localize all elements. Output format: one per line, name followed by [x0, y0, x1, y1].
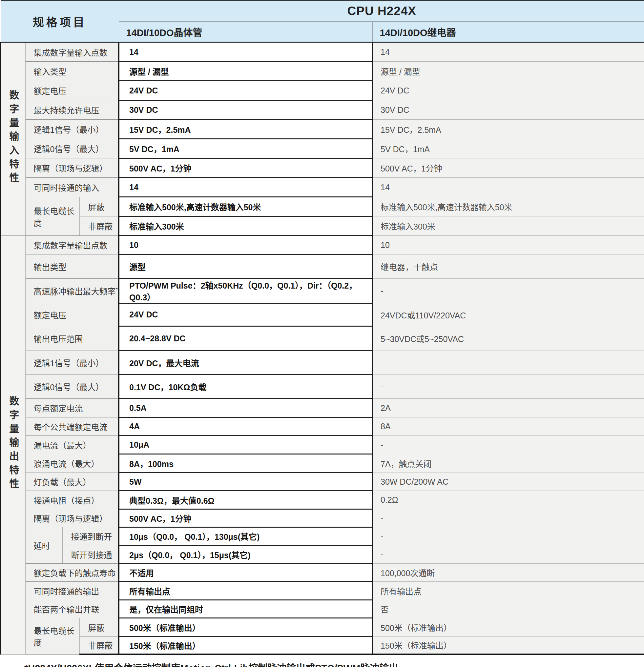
- relay-value: 2A: [372, 399, 644, 418]
- row-label: 每个公共端额定电流: [25, 418, 119, 436]
- spec-row: 最长电缆长度屏蔽标准输入500米,高速计数器输入50米标准输入500米,高速计数…: [1, 197, 644, 216]
- spec-row: 最大持续允许电压30V DC30V DC: [1, 100, 644, 120]
- transistor-value: 20V DC，最大电流: [119, 351, 372, 374]
- relay-value: 0.2Ω: [372, 491, 644, 509]
- spec-row: 输出电压范围20.4~28.8V DC5~30VDC或5~250VAC: [1, 326, 644, 351]
- relay-value: 标准输入300米: [372, 216, 644, 236]
- row-sublabel: 断开到接通: [62, 545, 119, 564]
- relay-value: -: [372, 527, 644, 545]
- footnote: *H224X/H226XL使用合信运动控制库Motion-Ctrl-Lib控制脉…: [24, 661, 644, 667]
- transistor-value: 8A，100ms: [119, 454, 372, 473]
- relay-value: 30W DC/200W AC: [372, 473, 644, 491]
- row-label: 浪涌电流（最大）: [25, 454, 119, 473]
- row-label: 接通电阻（接点）: [25, 491, 119, 509]
- relay-value: -: [372, 351, 644, 374]
- relay-value: 500米（标准输出）: [372, 618, 644, 636]
- spec-row: 额定电压24V DC24VDC或110V/220VAC: [1, 303, 644, 326]
- spec-row: 延时接通到断开10μs（Q0.0， Q0.1），130μs(其它)-: [1, 527, 644, 545]
- relay-value: -: [372, 509, 644, 527]
- spec-row: 额定电压24V DC24V DC: [1, 81, 644, 100]
- relay-value: 14: [372, 178, 644, 197]
- spec-row: 非屏蔽标准输入300米标准输入300米: [1, 216, 644, 236]
- row-label: 最大持续允许电压: [25, 100, 119, 120]
- group-label-text: 数字量输出特性: [6, 396, 20, 492]
- relay-value: 14: [372, 42, 644, 62]
- transistor-value: 所有输出点: [119, 582, 372, 600]
- row-sublabel: 非屏蔽: [79, 636, 119, 654]
- transistor-value: 10μs（Q0.0， Q0.1），130μs(其它): [119, 527, 372, 545]
- relay-value: 24VDC或110V/220VAC: [372, 303, 644, 326]
- cpu-title: CPU H224X: [119, 1, 644, 22]
- transistor-value: 10μA: [119, 436, 372, 454]
- group-label-text: 数字量输入特性: [6, 90, 20, 186]
- spec-row: 可同时接通的输入1414: [1, 178, 644, 197]
- relay-value: 150米（标准输出）: [372, 636, 644, 654]
- row-sublabel: 非屏蔽: [79, 216, 119, 236]
- row-label: 输出类型: [25, 255, 119, 279]
- transistor-value: 150米（标准输出）: [119, 636, 372, 654]
- group-label: 数字量输出特性: [1, 236, 25, 654]
- row-label: 灯负载（最大）: [25, 473, 119, 491]
- spec-row: 断开到接通2μs（Q0.0， Q0.1），15μs(其它)-: [1, 545, 644, 564]
- column-header-transistor: 14DI/10DO晶体管: [119, 22, 372, 42]
- spec-table: 规格项目 CPU H224X 14DI/10DO晶体管 14DI/10DO继电器…: [0, 0, 644, 655]
- spec-row: 能否两个输出并联是，仅在输出同组时否: [1, 600, 644, 618]
- transistor-value: 源型: [119, 255, 372, 279]
- spec-row: 输出类型源型继电器，干触点: [1, 255, 644, 279]
- row-label: 隔离（现场与逻辑）: [25, 158, 119, 178]
- transistor-value: 500V AC，1分钟: [119, 158, 372, 178]
- row-label: 额定电压: [25, 81, 119, 100]
- transistor-value: 标准输入300米: [119, 216, 372, 236]
- row-label: 逻辑0信号（最大）: [25, 374, 119, 399]
- relay-value: 5V DC，1mA: [372, 139, 644, 158]
- row-label: 逻辑1信号（最小）: [25, 120, 119, 139]
- transistor-value: 14: [119, 42, 372, 62]
- spec-row: 高速脉冲输出最大频率*PTO/PWM Pulse：2轴x50KHz（Q0.0，Q…: [1, 279, 644, 303]
- spec-row: 逻辑0信号（最大）0.1V DC，10KΩ负载-: [1, 374, 644, 399]
- row-label: 漏电流（最大）: [25, 436, 119, 454]
- transistor-value: 0.1V DC，10KΩ负载: [119, 374, 372, 399]
- transistor-value: 标准输入500米,高速计数器输入50米: [119, 197, 372, 216]
- transistor-value: 30V DC: [119, 100, 372, 120]
- transistor-value: 10: [119, 236, 372, 255]
- transistor-value: 500V AC，1分钟: [119, 509, 372, 527]
- relay-value: 标准输入500米,高速计数器输入50米: [372, 197, 644, 216]
- relay-value: -: [372, 436, 644, 454]
- spec-row: 可同时接通的输出所有输出点所有输出点: [1, 582, 644, 600]
- spec-row: 接通电阻（接点）典型0.3Ω，最大值0.6Ω0.2Ω: [1, 491, 644, 509]
- relay-value: 500V AC，1分钟: [372, 158, 644, 178]
- row-label: 可同时接通的输入: [25, 178, 119, 197]
- row-label: 高速脉冲输出最大频率*: [25, 279, 119, 303]
- transistor-value: 是，仅在输出同组时: [119, 600, 372, 618]
- row-sublabel: 屏蔽: [79, 197, 119, 216]
- corner-header: 规格项目: [1, 1, 119, 42]
- spec-row: 漏电流（最大）10μA-: [1, 436, 644, 454]
- transistor-value: 典型0.3Ω，最大值0.6Ω: [119, 491, 372, 509]
- row-label: 额定负载下的触点寿命: [25, 564, 119, 582]
- spec-row: 逻辑0信号（最大）5V DC，1mA5V DC，1mA: [1, 139, 644, 158]
- spec-row: 逻辑1信号（最小）20V DC，最大电流-: [1, 351, 644, 374]
- row-label: 集成数字量输入点数: [25, 42, 119, 62]
- row-label: 隔离（现场与逻辑）: [25, 509, 119, 527]
- relay-value: 10: [372, 236, 644, 255]
- header-row-title: 规格项目 CPU H224X: [1, 1, 644, 22]
- transistor-value: 20.4~28.8V DC: [119, 326, 372, 351]
- footnote-marker-icon: *: [116, 287, 118, 293]
- transistor-value: 4A: [119, 418, 372, 436]
- spec-row: 每点额定电流0.5A2A: [1, 399, 644, 418]
- relay-value: 8A: [372, 418, 644, 436]
- row-label: 逻辑1信号（最小）: [25, 351, 119, 374]
- row-label: 最长电缆长度: [25, 618, 79, 654]
- transistor-value: 15V DC，2.5mA: [119, 120, 372, 139]
- row-label: 每点额定电流: [25, 399, 119, 418]
- spec-row: 浪涌电流（最大）8A，100ms7A，触点关闭: [1, 454, 644, 473]
- relay-value: -: [372, 279, 644, 303]
- row-label: 可同时接通的输出: [25, 582, 119, 600]
- spec-row: 数字量输出特性集成数字量输出点数1010: [1, 236, 644, 255]
- relay-value: 5~30VDC或5~250VAC: [372, 326, 644, 351]
- relay-value: 7A，触点关闭: [372, 454, 644, 473]
- relay-value: 源型 / 漏型: [372, 62, 644, 81]
- spec-row: 每个公共端额定电流4A8A: [1, 418, 644, 436]
- row-label: 集成数字量输出点数: [25, 236, 119, 255]
- transistor-value: 24V DC: [119, 81, 372, 100]
